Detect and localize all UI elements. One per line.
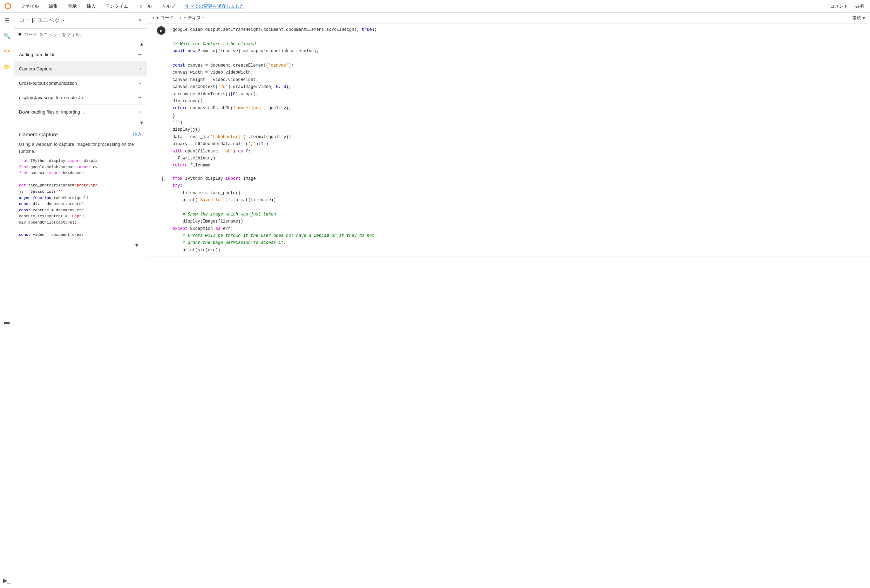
snippets-list: ▲ Adding form fields → Camera Capture → … (14, 40, 147, 126)
sidebar-menu-icon[interactable]: ☰ (2, 15, 12, 25)
filter-icon: ≡ (18, 31, 21, 37)
menu-bar: ⬡ ファイル 編集 表示 挿入 ランタイム ツール ヘルプ すべての変更を保存し… (0, 0, 870, 13)
snippet-name: Camera Capture (19, 66, 52, 71)
snippet-item-camera-capture[interactable]: Camera Capture → (14, 62, 147, 76)
cell-1: ▶ google.colab.output.setIframeHeight(do… (147, 24, 870, 173)
sidebar-icons: ☰ 🔍 <> 📁 ▬ ▶_ (0, 13, 14, 588)
snippets-header: コード スニペット × (14, 13, 147, 29)
snippet-arrow-icon: → (137, 95, 142, 100)
add-text-label: + テキスト (183, 15, 206, 21)
menu-file[interactable]: ファイル (19, 3, 40, 10)
snippets-close-button[interactable]: × (138, 17, 142, 24)
cell-1-content[interactable]: google.colab.output.setIframeHeight(docu… (168, 24, 870, 172)
cells-area: ▶ google.colab.output.setIframeHeight(do… (147, 24, 870, 588)
snippet-item-display-js[interactable]: display.Javascript to execute Ja... → (14, 91, 147, 105)
cell-2-gutter: [ ] (147, 173, 168, 256)
add-code-label: + コード (156, 15, 174, 21)
share-btn[interactable]: 共有 (854, 3, 866, 10)
snippets-title: コード スニペット (19, 17, 65, 24)
snippet-item-cross-output[interactable]: Cross-output communication → (14, 76, 147, 91)
add-code-button[interactable]: + + コード (152, 15, 174, 21)
snippet-arrow-icon: → (137, 80, 142, 86)
menu-view[interactable]: 表示 (66, 3, 78, 10)
saved-status: すべての変更を保存しました (184, 3, 246, 10)
add-text-button[interactable]: + + テキスト (179, 15, 206, 21)
toolbar-right: 接続 ▾ (852, 15, 865, 21)
menu-edit[interactable]: 編集 (47, 3, 59, 10)
snippet-arrow-icon: → (137, 66, 142, 71)
snippet-name: Downloading files or importing ... (19, 109, 85, 115)
snippets-search: ≡ (14, 29, 147, 40)
menu-tools[interactable]: ツール (137, 3, 153, 10)
connect-button[interactable]: 接続 ▾ (852, 15, 865, 21)
snippet-detail-scroll-down[interactable]: ▼ (19, 242, 142, 249)
snippet-description: Using a webcam to capture images for pro… (19, 141, 142, 155)
snippet-arrow-icon: → (137, 109, 142, 115)
notebook-toolbar: + + コード + + テキスト 接続 ▾ (147, 13, 870, 24)
sidebar-files-icon[interactable]: 📁 (2, 62, 12, 71)
menu-insert[interactable]: 挿入 (85, 3, 97, 10)
snippet-detail-title: Camera Capture (19, 131, 58, 137)
snippet-item-adding-form-fields[interactable]: Adding form fields → (14, 47, 147, 62)
snippets-search-input[interactable] (24, 32, 143, 37)
app-logo: ⬡ (4, 2, 11, 11)
snippet-name: display.Javascript to execute Ja... (19, 95, 86, 100)
snippet-detail-header: Camera Capture 挿入 (19, 131, 142, 137)
menu-right: コメント 共有 (829, 3, 866, 10)
snippets-panel: コード スニペット × ≡ ▲ Adding form fields → Cam… (14, 13, 147, 588)
cell-1-code: google.colab.output.setIframeHeight(docu… (173, 26, 866, 169)
snippet-arrow-icon: → (137, 52, 142, 57)
cell-2-content[interactable]: from IPython.display import Image try: f… (168, 173, 870, 256)
snippet-item-downloading-files[interactable]: Downloading files or importing ... → (14, 105, 147, 119)
connect-dropdown-icon: ▾ (863, 15, 865, 21)
snippet-name: Cross-output communication (19, 80, 77, 86)
add-text-icon: + (179, 15, 182, 21)
snippet-code-preview: from IPython.display import displa from … (19, 158, 142, 238)
notebook-area: + + コード + + テキスト 接続 ▾ ▶ g (147, 13, 870, 588)
scroll-down-arrow[interactable]: ▼ (14, 119, 147, 126)
add-code-icon: + (152, 15, 155, 21)
menu-help[interactable]: ヘルプ (160, 3, 177, 10)
sidebar-terminal-icon[interactable]: ▬ (2, 317, 12, 327)
sidebar-console-icon[interactable]: ▶_ (2, 575, 12, 585)
scroll-up-arrow[interactable]: ▲ (14, 40, 147, 47)
connect-label: 接続 (852, 15, 861, 21)
cell-1-gutter: ▶ (147, 24, 168, 172)
snippet-name: Adding form fields (19, 52, 55, 57)
menu-runtime[interactable]: ランタイム (104, 3, 130, 10)
snippet-detail: Camera Capture 挿入 Using a webcam to capt… (14, 126, 147, 588)
cell-2-code: from IPython.display import Image try: f… (173, 175, 866, 254)
sidebar-code-icon[interactable]: <> (2, 46, 12, 56)
sidebar-search-icon[interactable]: 🔍 (2, 31, 12, 41)
cell-1-run-button[interactable]: ▶ (157, 26, 165, 35)
main-layout: ☰ 🔍 <> 📁 ▬ ▶_ コード スニペット × ≡ ▲ Adding for… (0, 13, 870, 588)
cell-2-bracket: [ ] (162, 176, 165, 181)
cell-2: [ ] from IPython.display import Image tr… (147, 173, 870, 257)
insert-snippet-button[interactable]: 挿入 (133, 131, 142, 137)
comment-btn[interactable]: コメント (829, 3, 850, 10)
